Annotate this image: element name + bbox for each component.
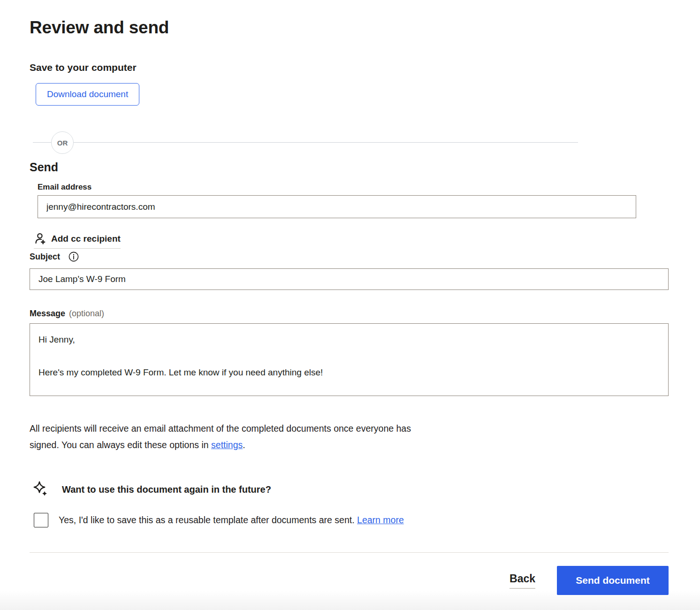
- subject-label: Subject: [30, 252, 60, 262]
- template-question-row: Want to use this document again in the f…: [33, 481, 669, 498]
- info-icon[interactable]: [68, 252, 79, 262]
- save-template-checkbox-row: Yes, I'd like to save this as a reusable…: [34, 513, 669, 527]
- download-document-button[interactable]: Download document: [36, 83, 139, 106]
- divider-line: [33, 142, 578, 143]
- save-template-checkbox-label: Yes, I'd like to save this as a reusable…: [59, 515, 404, 526]
- email-field-group: Email address: [38, 183, 669, 218]
- subject-input[interactable]: [30, 268, 669, 290]
- back-button[interactable]: Back: [510, 572, 535, 589]
- page-title: Review and send: [30, 18, 669, 38]
- template-question-text: Want to use this document again in the f…: [62, 484, 271, 495]
- or-badge: OR: [51, 131, 74, 154]
- learn-more-link[interactable]: Learn more: [357, 515, 404, 525]
- message-optional-hint: (optional): [69, 309, 104, 319]
- or-divider: OR: [33, 131, 578, 154]
- checkbox-label-text: Yes, I'd like to save this as a reusable…: [59, 515, 357, 525]
- footer-actions: Back Send document: [30, 566, 669, 595]
- message-label-row: Message (optional): [30, 309, 669, 319]
- save-template-checkbox[interactable]: [34, 513, 48, 527]
- subject-label-row: Subject: [30, 252, 669, 262]
- info-note-period: .: [243, 440, 245, 450]
- recipients-info-note: All recipients will receive an email att…: [30, 420, 442, 453]
- add-cc-recipient-label: Add cc recipient: [51, 234, 121, 244]
- email-address-label: Email address: [38, 183, 91, 191]
- message-textarea[interactable]: Hi Jenny, Here's my completed W-9 Form. …: [30, 323, 669, 396]
- review-and-send-page: Review and send Save to your computer Do…: [0, 0, 669, 595]
- email-address-input[interactable]: [38, 195, 636, 218]
- send-section-heading: Send: [30, 160, 669, 174]
- person-plus-icon: [34, 232, 46, 245]
- settings-link[interactable]: settings: [211, 440, 243, 450]
- message-label: Message: [30, 309, 65, 319]
- footer-divider: [30, 552, 669, 553]
- save-to-computer-section: Save to your computer Download document: [30, 62, 669, 106]
- sparkle-icon: [33, 481, 51, 498]
- send-document-button[interactable]: Send document: [557, 566, 669, 595]
- save-section-heading: Save to your computer: [30, 62, 669, 73]
- add-cc-recipient-button[interactable]: Add cc recipient: [34, 232, 121, 249]
